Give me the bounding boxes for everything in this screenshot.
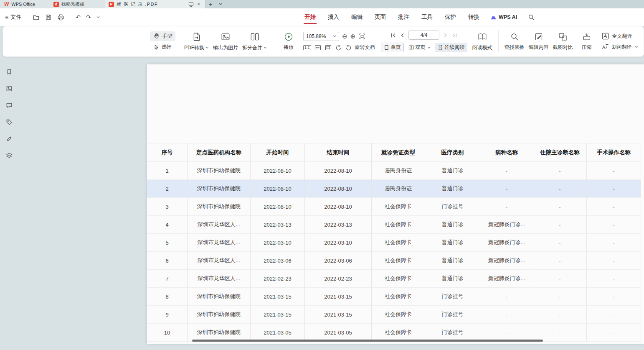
page-number-input[interactable]: 4/4 <box>408 31 439 40</box>
open-folder-icon[interactable] <box>33 14 40 21</box>
table-row[interactable]: 10深圳市妇幼保健院2021-03-052021-03-05社会保障卡门诊挂号-… <box>147 324 641 342</box>
table-cell: 2 <box>147 180 188 198</box>
save-icon[interactable] <box>45 14 52 20</box>
compress-button[interactable]: 压缩 <box>575 28 598 55</box>
tab-docer-templates[interactable]: d 找稻壳模板 <box>49 0 104 8</box>
table-row[interactable]: 7深圳市龙华区人...2022-02-232022-02-23社会保障卡普通门诊… <box>147 270 641 288</box>
word-translate-button[interactable]: 划词翻译 <box>601 43 638 51</box>
fit-selection-icon[interactable] <box>358 33 366 40</box>
monitor-icon[interactable] <box>188 2 194 7</box>
edit-content-button[interactable]: 编辑内容 <box>527 28 551 55</box>
table-cell: 2022-02-23 <box>305 270 372 288</box>
table-row[interactable]: 3深圳市妇幼保健院2022-08-102022-08-10社会保障卡门诊挂号--… <box>147 198 641 216</box>
file-menu-button[interactable]: ≡ 文件 <box>5 13 21 21</box>
table-row[interactable]: 8深圳市妇幼保健院2021-03-152021-03-15社会保障卡门诊挂号--… <box>147 288 641 306</box>
menu-item-4[interactable]: 批注 <box>398 8 409 26</box>
new-tab-button[interactable]: + <box>205 0 216 8</box>
wps-ai-button[interactable]: WPS AI <box>490 14 517 20</box>
column-header: 住院主诊断名称 <box>533 143 587 162</box>
previous-page-icon[interactable] <box>399 32 406 38</box>
table-row[interactable]: 9深圳市妇幼保健院2021-03-152021-03-15社会保障卡门诊挂号--… <box>147 306 641 324</box>
screenshot-compare-button[interactable]: 截图对比 <box>551 28 575 55</box>
compress-icon <box>582 32 591 41</box>
table-cell: 深圳市妇幼保健院 <box>188 288 251 306</box>
menu-item-7[interactable]: 转换 <box>468 8 479 26</box>
edit-content-label: 编辑内容 <box>529 44 549 51</box>
print-icon[interactable] <box>57 14 64 21</box>
table-cell: - <box>533 306 587 324</box>
find-replace-button[interactable]: 查找替换 <box>502 28 527 55</box>
menu-item-1[interactable]: 插入 <box>328 8 339 26</box>
export-image-button[interactable]: 输出为图片 <box>211 28 240 55</box>
next-page-icon[interactable] <box>442 32 449 38</box>
table-cell: - <box>480 180 533 198</box>
table-cell: 门诊挂号 <box>425 288 480 306</box>
last-page-icon[interactable] <box>451 32 458 38</box>
table-cell: - <box>587 252 641 270</box>
fit-page-icon[interactable] <box>325 44 332 51</box>
continuous-read-button[interactable]: 连续阅读 <box>435 43 467 52</box>
close-tab-icon[interactable]: × <box>196 1 201 7</box>
zoom-value: 105.88% <box>306 33 326 39</box>
table-cell: 新冠肺炎门诊... <box>480 234 533 252</box>
table-cell: 7 <box>147 270 188 288</box>
menu-item-2[interactable]: 编辑 <box>351 8 363 26</box>
read-mode-button[interactable]: 阅读模式 <box>470 28 494 55</box>
table-row[interactable]: 6深圳市龙华区人...2022-03-062022-03-06社会保障卡普通门诊… <box>147 252 641 270</box>
split-merge-button[interactable]: 拆分合并 <box>240 28 269 55</box>
table-cell: - <box>587 162 641 180</box>
zoom-in-icon[interactable]: ⊕ <box>350 33 356 39</box>
column-header: 序号 <box>147 143 188 162</box>
table-row[interactable]: 1深圳市妇幼保健院2022-08-102022-08-10居民身份证普通门诊--… <box>147 162 641 180</box>
rotate-right-icon[interactable] <box>345 44 352 51</box>
layers-icon[interactable] <box>6 152 13 159</box>
menu-item-6[interactable]: 保护 <box>445 8 456 26</box>
table-cell: 深圳市龙华区人... <box>188 252 251 270</box>
table-row[interactable]: 2深圳市妇幼保健院2022-08-102022-08-10居民身份证普通门诊--… <box>147 180 641 198</box>
select-tool-button[interactable]: 选择 <box>150 42 175 52</box>
menu-item-3[interactable]: 页面 <box>375 8 386 26</box>
pdf-convert-button[interactable]: PDF转换 <box>182 28 211 55</box>
actual-size-icon[interactable]: 1:1 <box>303 45 311 50</box>
undo-icon[interactable]: ↶ <box>76 14 81 20</box>
zoom-level-select[interactable]: 105.88% <box>303 32 339 41</box>
edit-content-icon <box>534 32 543 41</box>
search-icon[interactable] <box>528 14 535 20</box>
redo-icon[interactable]: ↷ <box>86 14 91 20</box>
menu-item-5[interactable]: 工具 <box>421 8 433 26</box>
table-cell: 5 <box>147 234 188 252</box>
rotate-left-icon[interactable] <box>335 44 342 51</box>
double-page-button[interactable]: 双页 <box>407 43 432 52</box>
horizontal-scrollbar-thumb[interactable] <box>192 340 543 342</box>
thumbnails-icon[interactable] <box>6 85 13 92</box>
table-cell: 2022-03-13 <box>251 216 305 234</box>
table-cell: - <box>480 162 533 180</box>
table-row[interactable]: 4深圳市龙华区人...2022-03-132022-03-13社会保障卡普通门诊… <box>147 216 641 234</box>
rotate-doc-label[interactable]: 旋转文档 <box>355 44 375 51</box>
tab-document-pdf[interactable]: P 就 医 记 录 .PDF × <box>104 0 205 8</box>
bookmark-icon[interactable] <box>6 69 13 75</box>
full-translate-button[interactable]: 全文翻译 <box>601 32 638 40</box>
select-tool-label: 选择 <box>162 43 172 51</box>
pen-icon[interactable] <box>6 135 13 142</box>
menu-item-0[interactable]: 开始 <box>304 8 316 26</box>
tag-icon[interactable] <box>6 119 13 125</box>
hand-tool-button[interactable]: 手型 <box>150 31 175 41</box>
fit-width-icon[interactable] <box>314 44 322 51</box>
comments-icon[interactable] <box>6 102 13 109</box>
table-cell: 2022-08-10 <box>305 162 372 180</box>
single-page-button[interactable]: 单页 <box>381 43 404 52</box>
table-cell: - <box>587 324 641 342</box>
undo-history-chevron-icon[interactable] <box>96 16 100 18</box>
first-page-icon[interactable] <box>390 32 396 38</box>
table-cell: - <box>480 324 533 342</box>
table-row[interactable]: 5深圳市龙华区人...2022-03-102022-03-10社会保障卡普通门诊… <box>147 234 641 252</box>
tab-list-chevron-icon[interactable] <box>216 0 226 8</box>
double-page-icon <box>408 45 414 50</box>
tab-wps-office[interactable]: W WPS Office <box>0 0 49 8</box>
play-button[interactable]: 播放 <box>277 28 300 55</box>
table-cell: 8 <box>147 288 188 306</box>
zoom-out-icon[interactable]: ⊖ <box>342 33 347 39</box>
column-header: 就诊凭证类型 <box>372 143 425 162</box>
table-cell: 社会保障卡 <box>372 270 425 288</box>
